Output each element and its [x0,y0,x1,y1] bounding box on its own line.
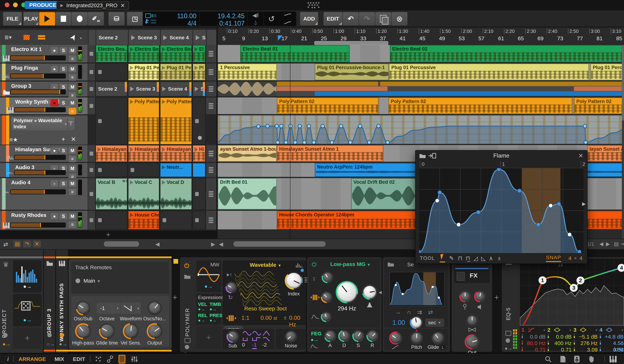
empty-clip-slot[interactable] [96,97,127,145]
modulation-route-icon[interactable]: ●→ [23,317,32,323]
pitch-knob[interactable] [410,332,423,344]
feg-route-icon[interactable]: ●→ [311,337,318,342]
arranger-clip[interactable]: Poly Pattern 02 [389,97,572,114]
folder-icon[interactable] [387,261,394,267]
clip-play-icon[interactable] [162,147,165,152]
flame-editor-window[interactable]: Flame ✕ 012 ▶ TOOL ✎ ⊓ ⊓̲ ◿ ◺ ∧ ± SNAP 4… [415,150,588,264]
solo-button[interactable]: S [59,65,68,72]
scene-play-icon[interactable] [196,35,200,40]
clip-play-icon[interactable] [194,147,198,152]
wonky-device-strip[interactable]: WONKY SYNTH PADS ●→ [56,250,68,353]
arranger-clip[interactable]: Poly Pattern 02 [574,97,624,114]
scene-header[interactable]: S [193,30,206,46]
plusminus-tool-icon[interactable]: ± [498,255,501,261]
remote-knob-output[interactable] [147,323,163,339]
cutoff-value[interactable]: 294 Hz [336,305,358,312]
track-list-view-icon[interactable]: ≣▾ [4,34,12,41]
scroll-right-icon[interactable]: ▶ [211,241,215,247]
automation-write-button[interactable]: ✐w [88,12,104,26]
clip-play-icon[interactable] [130,147,133,152]
tool-dropdown-icon[interactable]: ▾ [80,36,82,41]
glide-curve-knob[interactable] [389,332,402,344]
remote-knob-icon[interactable] [3,333,8,337]
arranger-clip[interactable]: Himalayan Sunset Atmo 1 [277,145,383,162]
segments-thumbnail[interactable] [390,272,444,306]
mapping-mode-icon[interactable]: ●→ [505,346,512,351]
project-modulator-dice[interactable]: ⚄ ●→ [13,294,42,326]
group-subclip-bar[interactable] [315,91,624,96]
volume-fader[interactable] [14,155,66,160]
ramp-up-tool-icon[interactable]: ◿ [473,255,478,262]
launcher-clip[interactable]: Poly Patter... [160,97,192,145]
group-scene-cell[interactable]: Sc [193,82,206,96]
file-menu-button[interactable]: FILE [3,12,22,26]
note-link-icon[interactable] [107,356,113,363]
expression-rel[interactable]: REL [198,313,208,318]
launcher-clip[interactable]: Vocal B [96,178,127,210]
arranger-clip[interactable]: layan Sunset A [587,145,624,162]
clip-play-icon[interactable] [194,66,198,70]
sub-waveform-options[interactable] [242,330,271,342]
feg-r-knob[interactable] [366,330,378,342]
minimize-window-button[interactable] [13,2,18,7]
clip-play-icon[interactable] [162,165,165,169]
keytrack-keyboard-icon[interactable] [310,294,320,300]
mapping-mode-icon[interactable]: ●→ [2,341,11,347]
remote-knob-icon[interactable] [47,333,52,337]
sub-octave-option[interactable]: -2 [262,342,267,348]
snap-toggle[interactable]: SNAP [546,255,561,262]
track-menu-button[interactable]: ≡ [68,188,77,195]
spectrum-icon[interactable] [296,263,304,268]
keytrack-keyboard-icon[interactable] [226,315,236,321]
project-tab[interactable]: ▶ Integrated2023_PRO ✕ [56,1,129,10]
empty-clip-slot[interactable] [193,178,206,210]
empty-clip-slot[interactable] [96,211,127,229]
band-q-value[interactable]: 0.71 [551,347,572,353]
play-button[interactable] [39,12,55,26]
launcher-clip[interactable]: Electro Bea... [128,45,159,63]
group-scene-cell[interactable]: Scene 2 [96,82,127,96]
launcher-clip[interactable]: Himalayan ... [160,145,192,162]
volume-fader[interactable] [14,107,66,112]
band-dropdown-icon[interactable]: ▾ [596,328,597,332]
track-menu-button[interactable]: ≡ [68,155,77,162]
launcher-list-toggle[interactable]: ▤ [13,241,21,248]
track-menu-button[interactable]: ≡ [68,221,77,228]
piano-keyboard-icon[interactable] [610,356,617,362]
expression-route-icon[interactable]: ●→ [209,307,217,312]
loop-forward-icon[interactable]: ⇉ [417,309,422,316]
speaker-monitor-icon[interactable] [574,355,580,363]
arranger-lane-auto[interactable] [218,115,624,145]
band-dropdown-icon[interactable]: ▾ [622,328,623,332]
launcher-clip[interactable]: House Cho... [128,211,159,229]
triangle-tool-icon[interactable]: ∧ [489,255,493,262]
modulation-route-icon[interactable]: ●→ [205,284,213,289]
clip-stop-cell[interactable] [88,211,95,229]
track-name[interactable]: Audio 4 [11,180,30,185]
panel-divider[interactable] [216,27,218,249]
fx-header[interactable]: FX [454,267,490,283]
add-modulator-tile[interactable]: + [13,327,42,349]
launcher-clip[interactable]: Plug 01 Per... [160,64,192,80]
wavetable-mode-select[interactable]: Wavetable ▼ [250,262,281,268]
band-q-value[interactable]: 0.71 [525,347,546,353]
band-freq-value[interactable]: 400 Hz [551,340,572,346]
automation-overview-icon[interactable]: ≡★ [9,136,18,143]
mixer-toggle-icon[interactable] [131,356,138,363]
grid-y-value[interactable]: 4 [579,255,582,261]
mapping-mode-icon[interactable]: ●→ [184,351,191,353]
empty-clip-slot[interactable] [193,97,206,145]
mute-button[interactable]: M [68,83,77,91]
solo-button[interactable]: S [59,213,68,220]
transport-display[interactable]: 110.00 4/4 19.4.2.45 0:41.107 ◀‖ ⍙ ↺ [143,12,296,26]
scrollbar-thumb[interactable] [622,45,624,121]
clip-play-icon[interactable] [162,66,165,70]
pointer-tool-icon[interactable]: ➤ [67,32,79,43]
clip-play-icon[interactable] [130,47,133,51]
remote-knob-glidetime[interactable] [99,323,115,339]
loop-pingpong-icon[interactable]: ⇄ [428,309,433,316]
play-menu-button[interactable]: PLAY [23,12,39,26]
hold-icon[interactable]: ∩ [407,309,411,316]
clip-stop-cell[interactable] [88,45,95,63]
mute-button[interactable]: M [68,147,77,154]
